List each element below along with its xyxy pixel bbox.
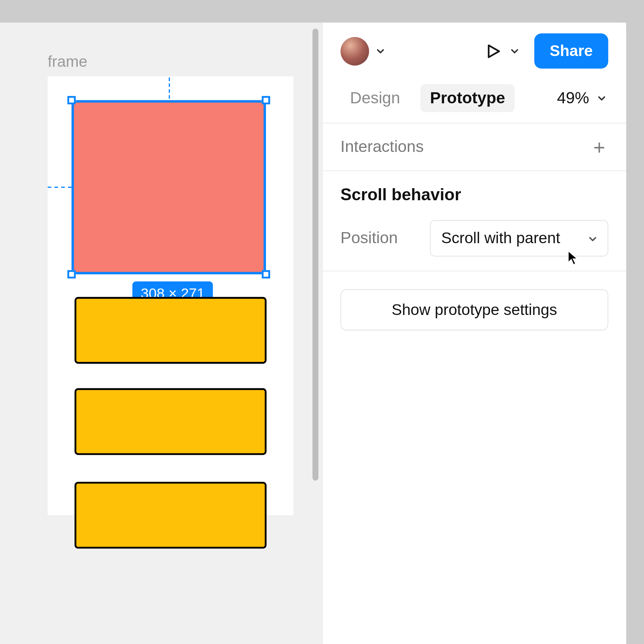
play-menu-chevron-icon[interactable] [508, 44, 521, 57]
app-window: frame 308 × 271 [0, 23, 626, 644]
show-prototype-settings-button[interactable]: Show prototype settings [340, 289, 608, 330]
resize-handle-bottom-right[interactable] [262, 270, 270, 278]
shape-bar-1[interactable] [74, 297, 266, 364]
properties-panel: Share Design Prototype 49% Interactions … [322, 23, 626, 644]
tab-prototype[interactable]: Prototype [420, 84, 515, 112]
top-toolbar: Share [323, 23, 626, 69]
shape-bar-3[interactable] [74, 482, 266, 548]
play-icon[interactable] [483, 41, 503, 61]
shape-bar-2[interactable] [74, 388, 266, 455]
panel-tabs: Design Prototype 49% [323, 68, 626, 123]
zoom-chevron-icon[interactable] [595, 92, 608, 105]
zoom-value: 49% [557, 89, 589, 107]
scroll-behavior-heading: Scroll behavior [340, 185, 608, 205]
scroll-behavior-section: Scroll behavior Position Scroll with par… [323, 171, 626, 271]
selected-rectangle[interactable] [71, 100, 266, 274]
chevron-down-icon [589, 229, 597, 248]
frame-label[interactable]: frame [48, 52, 87, 71]
interactions-heading: Interactions [340, 138, 424, 156]
tab-design[interactable]: Design [340, 84, 410, 112]
position-value: Scroll with parent [441, 229, 560, 248]
add-interaction-button[interactable]: + [590, 138, 608, 156]
alignment-guide-horizontal [48, 186, 71, 188]
resize-handle-bottom-left[interactable] [67, 270, 76, 278]
interactions-section: Interactions + [323, 123, 626, 171]
zoom-control[interactable]: 49% [557, 89, 608, 107]
position-label: Position [340, 229, 418, 248]
avatar[interactable] [340, 37, 369, 65]
resize-handle-top-right[interactable] [262, 96, 270, 104]
canvas-panel[interactable]: frame 308 × 271 [0, 23, 322, 644]
position-dropdown[interactable]: Scroll with parent [430, 220, 608, 256]
scrollbar[interactable] [313, 29, 319, 481]
resize-handle-top-left[interactable] [67, 96, 76, 104]
avatar-menu-chevron-icon[interactable] [374, 44, 387, 57]
share-button[interactable]: Share [534, 34, 608, 69]
